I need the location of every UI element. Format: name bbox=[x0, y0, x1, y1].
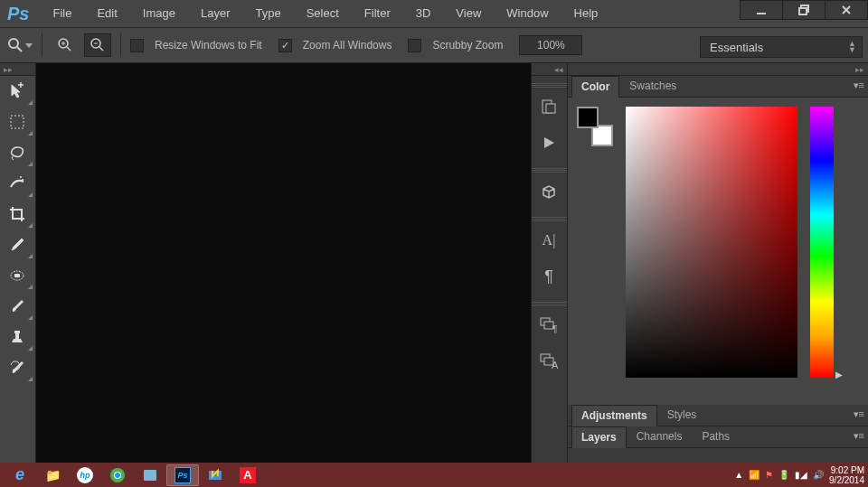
menu-file[interactable]: File bbox=[40, 0, 84, 27]
taskbar-hp[interactable]: hp bbox=[69, 464, 101, 486]
panel-menu-icon[interactable]: ▾≡ bbox=[854, 408, 864, 420]
clone-stamp-tool[interactable] bbox=[0, 322, 34, 352]
toolbox-collapse[interactable]: ▸▸ bbox=[0, 63, 35, 76]
tray-flag-icon[interactable]: ▲ bbox=[734, 470, 743, 480]
svg-line-6 bbox=[17, 47, 22, 52]
windows-taskbar: e 📁 hp Ps A ▲ 📶 ⚑ 🔋 ▮◢ 🔊 9:02 PM 9/2/201… bbox=[0, 463, 868, 487]
color-panel: ▶ bbox=[568, 98, 868, 405]
svg-rect-23 bbox=[546, 104, 555, 113]
menu-image[interactable]: Image bbox=[130, 0, 188, 27]
paragraph-panel-icon[interactable]: ¶ bbox=[532, 258, 566, 295]
layers-panel-tabs: Layers Channels Paths ▾≡ bbox=[568, 426, 868, 448]
workspace-select[interactable]: Essentials ▲▼ bbox=[700, 36, 863, 58]
chevron-down-icon bbox=[25, 43, 33, 48]
tab-paths[interactable]: Paths bbox=[692, 426, 740, 447]
svg-line-8 bbox=[67, 47, 71, 51]
taskbar-reader[interactable] bbox=[134, 464, 166, 486]
workspace-label: Essentials bbox=[710, 41, 763, 54]
healing-brush-tool[interactable] bbox=[0, 260, 34, 291]
brush-tool[interactable] bbox=[0, 291, 34, 322]
current-tool-icon[interactable] bbox=[7, 34, 33, 56]
3d-panel-icon[interactable] bbox=[532, 173, 566, 210]
toolbox: ▸▸ bbox=[0, 63, 36, 463]
history-brush-tool[interactable] bbox=[0, 352, 34, 383]
move-tool[interactable] bbox=[0, 76, 34, 107]
crop-tool[interactable] bbox=[0, 199, 34, 229]
tab-swatches[interactable]: Swatches bbox=[619, 75, 686, 97]
menu-filter[interactable]: Filter bbox=[352, 0, 403, 27]
svg-point-17 bbox=[22, 179, 24, 181]
minimize-button[interactable] bbox=[740, 0, 783, 20]
taskbar-explorer[interactable]: 📁 bbox=[36, 464, 69, 486]
taskbar-idm[interactable] bbox=[199, 464, 231, 486]
svg-rect-34 bbox=[209, 471, 222, 480]
actions-panel-icon[interactable] bbox=[532, 125, 566, 161]
menu-type[interactable]: Type bbox=[243, 0, 294, 27]
zoom-in-button[interactable] bbox=[52, 33, 79, 57]
history-panel-icon[interactable] bbox=[532, 89, 566, 125]
hue-slider[interactable]: ▶ bbox=[810, 107, 834, 378]
menu-view[interactable]: View bbox=[443, 0, 494, 27]
tray-security-icon[interactable]: ⚑ bbox=[765, 470, 773, 480]
tab-color[interactable]: Color bbox=[571, 76, 619, 98]
tab-adjustments[interactable]: Adjustments bbox=[571, 405, 657, 426]
menu-select[interactable]: Select bbox=[294, 0, 352, 27]
tray-volume-icon[interactable]: 🔊 bbox=[813, 470, 824, 480]
zoom-out-button[interactable] bbox=[84, 33, 111, 57]
lasso-tool[interactable] bbox=[0, 137, 34, 168]
document-canvas[interactable] bbox=[36, 63, 532, 463]
fg-bg-swatch[interactable] bbox=[577, 107, 613, 146]
eyedropper-tool[interactable] bbox=[0, 229, 34, 260]
system-tray[interactable]: ▲ 📶 ⚑ 🔋 ▮◢ 🔊 9:02 PM 9/2/2014 bbox=[734, 465, 864, 485]
scrubby-zoom-checkbox[interactable] bbox=[408, 39, 421, 52]
svg-rect-2 bbox=[799, 8, 807, 14]
svg-rect-16 bbox=[11, 116, 24, 128]
tray-wifi-icon[interactable]: 📶 bbox=[749, 470, 760, 480]
menu-layer[interactable]: Layer bbox=[188, 0, 243, 27]
collapsed-panels: ◂◂ A| ¶ ¶ A bbox=[532, 63, 568, 463]
panel-menu-icon[interactable]: ▾≡ bbox=[854, 430, 864, 442]
svg-text:¶: ¶ bbox=[552, 324, 557, 334]
foreground-color-swatch[interactable] bbox=[577, 107, 599, 128]
taskbar-clock[interactable]: 9:02 PM 9/2/2014 bbox=[829, 465, 864, 485]
marquee-tool[interactable] bbox=[0, 107, 34, 137]
app-logo: Ps bbox=[0, 4, 40, 24]
svg-point-5 bbox=[9, 39, 18, 48]
panels-collapse[interactable]: ▸▸ bbox=[568, 63, 868, 76]
char-styles-panel-icon[interactable]: ¶ bbox=[532, 307, 566, 343]
taskbar-ie[interactable]: e bbox=[4, 464, 36, 486]
panel-menu-icon[interactable]: ▾≡ bbox=[854, 80, 864, 91]
restore-button[interactable] bbox=[782, 0, 826, 20]
svg-rect-33 bbox=[144, 470, 156, 481]
zoom-percent-field[interactable]: 100% bbox=[519, 35, 582, 55]
tray-network-icon[interactable]: ▮◢ bbox=[795, 470, 807, 480]
taskbar-chrome[interactable] bbox=[101, 464, 134, 486]
character-panel-icon[interactable]: A| bbox=[532, 222, 566, 258]
panels-area: ▸▸ Color Swatches ▾≡ ▶ Adjustments Style… bbox=[568, 63, 868, 463]
menu-edit[interactable]: Edit bbox=[84, 0, 129, 27]
menu-window[interactable]: Window bbox=[494, 0, 561, 27]
resize-windows-checkbox[interactable] bbox=[130, 39, 144, 52]
window-controls bbox=[741, 0, 868, 20]
svg-rect-21 bbox=[14, 331, 20, 333]
scrubby-zoom-label: Scrubby Zoom bbox=[432, 39, 503, 52]
taskbar-adobe[interactable]: A bbox=[231, 464, 264, 486]
close-button[interactable] bbox=[825, 0, 868, 20]
zoom-all-checkbox[interactable]: ✓ bbox=[278, 39, 292, 52]
svg-rect-20 bbox=[14, 274, 20, 277]
tray-battery-icon[interactable]: 🔋 bbox=[778, 470, 789, 480]
color-panel-tabs: Color Swatches ▾≡ bbox=[568, 76, 868, 98]
svg-line-12 bbox=[99, 47, 103, 51]
para-styles-panel-icon[interactable]: A bbox=[532, 343, 566, 379]
menu-3d[interactable]: 3D bbox=[403, 0, 444, 27]
menu-help[interactable]: Help bbox=[561, 0, 611, 27]
tab-styles[interactable]: Styles bbox=[657, 404, 707, 426]
taskbar-photoshop[interactable]: Ps bbox=[166, 464, 199, 486]
tab-layers[interactable]: Layers bbox=[571, 426, 627, 448]
saturation-brightness-picker[interactable] bbox=[626, 107, 797, 378]
collapsed-panels-collapse[interactable]: ◂◂ bbox=[532, 63, 567, 76]
quick-selection-tool[interactable] bbox=[0, 168, 34, 199]
tab-channels[interactable]: Channels bbox=[627, 426, 693, 447]
svg-text:A: A bbox=[552, 360, 559, 370]
menu-bar: Ps File Edit Image Layer Type Select Fil… bbox=[0, 0, 868, 27]
